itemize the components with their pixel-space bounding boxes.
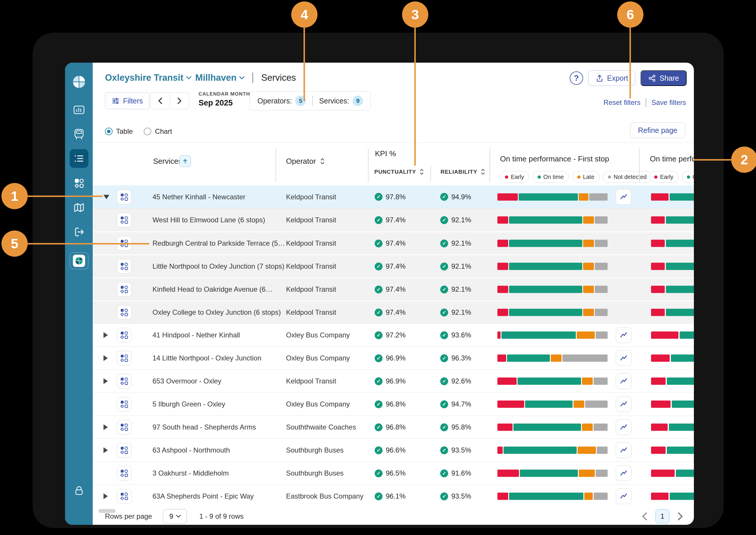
column-header-operator[interactable]: Operator (286, 157, 325, 166)
save-filters-link[interactable]: Save filters (651, 99, 686, 107)
expander-icon[interactable] (103, 332, 108, 338)
reliability-value: 92.1% (451, 216, 471, 224)
expander-icon[interactable] (103, 424, 108, 430)
otp-second-bar (651, 240, 694, 247)
rows-per-page-value: 9 (169, 512, 173, 521)
table-row[interactable]: Kinfield Head to Oakridge Avenue (6… Kel… (93, 277, 694, 300)
services-label: Services: (319, 97, 349, 105)
previous-page-button[interactable] (641, 512, 647, 521)
otp-first-stop-bar (497, 286, 608, 293)
table-row[interactable]: 63 Ashpool - Northmouth Southburgh Buses… (93, 438, 694, 462)
export-button[interactable]: Export (588, 70, 635, 86)
column-header-punctuality[interactable]: PUNCTUALITY (374, 168, 424, 175)
column-header-services[interactable]: Services (153, 157, 182, 166)
table-row[interactable]: 14 Little Northpool - Oxley Junction Oxl… (93, 347, 694, 370)
sidebar-item-analytics[interactable] (73, 103, 85, 116)
trend-button[interactable] (616, 396, 631, 412)
region-selector[interactable]: Millhaven (195, 72, 244, 83)
bar-segment (517, 378, 581, 385)
otp-second-bar (651, 470, 694, 477)
check-icon: ✓ (440, 216, 448, 224)
reset-filters-link[interactable]: Reset filters (603, 99, 641, 107)
org-selector[interactable]: Oxleyshire Transit (105, 72, 191, 83)
table-row[interactable]: 97 South head - Shepherds Arms Souththwa… (93, 415, 694, 438)
service-name: Redburgh Central to Parkside Terrace (5… (153, 239, 285, 247)
legend-chip-early: Early (500, 171, 529, 183)
punctuality-cell: ✓ 96.5% (375, 469, 406, 477)
sort-ascending-button[interactable] (179, 155, 191, 167)
expander-icon[interactable] (103, 447, 108, 453)
sidebar-item-apps[interactable] (73, 177, 85, 190)
trend-button[interactable] (616, 327, 631, 343)
table-row[interactable]: West Hill to Elmwood Lane (6 stops) Keld… (93, 208, 694, 231)
table-row[interactable]: Little Northpool to Oxley Junction (7 st… (93, 254, 694, 277)
table-row[interactable]: 3 Oakhurst - Middleholm Southburgh Buses… (93, 462, 694, 485)
table-row[interactable]: 653 Overmoor - Oxley Keldpool Transit ✓ … (93, 370, 694, 392)
punctuality-value: 96.8% (386, 400, 406, 408)
trend-button[interactable] (616, 350, 631, 366)
table-row[interactable]: 41 Hindpool - Nether Kinhall Oxley Bus C… (93, 324, 694, 347)
service-icon (117, 351, 131, 365)
otp-second-bar (651, 493, 694, 500)
view-radio-table[interactable]: Table (105, 127, 133, 135)
calendar-month: CALENDAR MONTH Sep 2025 (198, 91, 250, 107)
operator-name: Oxley Bus Company (286, 354, 350, 362)
sidebar-item-vehicles[interactable] (73, 127, 85, 140)
early-dot-icon (505, 175, 508, 179)
sidebar-item-workspace[interactable] (70, 252, 88, 269)
refine-page-button[interactable]: Refine page (630, 123, 685, 138)
bar-segment (509, 309, 582, 316)
table-row[interactable]: Oxley College to Oxley Junction (6 stops… (93, 300, 694, 324)
otp-first-stop-bar (497, 493, 608, 500)
sidebar-item-logout[interactable] (73, 226, 85, 239)
sidebar-item-map[interactable] (73, 201, 85, 214)
bar-segment (509, 240, 582, 247)
help-button[interactable]: ? (570, 71, 583, 85)
breadcrumb: Oxleyshire Transit Millhaven Services (105, 71, 296, 85)
reliability-cell: ✓ 91.6% (440, 469, 471, 477)
otp-first-stop-bar (497, 470, 608, 477)
operator-name: Oxley Bus Company (286, 400, 350, 408)
column-header-reliability[interactable]: RELIABILITY (441, 168, 485, 175)
service-icon (117, 466, 131, 481)
trend-button[interactable] (616, 465, 631, 481)
share-button[interactable]: Share (641, 70, 686, 86)
previous-month-button[interactable] (150, 93, 170, 109)
bar-segment (507, 354, 550, 362)
bar-segment (651, 263, 665, 270)
otp-legend-2: Early On t (649, 171, 694, 183)
expander-icon[interactable] (103, 355, 108, 361)
table-row[interactable]: 45 Nether Kinhall - Newcaster Keldpool T… (93, 185, 694, 208)
expander-icon[interactable] (103, 195, 109, 199)
trend-button[interactable] (616, 373, 631, 389)
view-radio-chart[interactable]: Chart (144, 127, 172, 135)
check-icon: ✓ (375, 446, 383, 454)
trend-button[interactable] (616, 488, 631, 504)
trend-button[interactable] (616, 189, 631, 205)
bar-segment (583, 286, 594, 293)
service-name: 5 Ilburgh Green - Oxley (153, 400, 225, 408)
check-icon: ✓ (440, 400, 448, 408)
expander-icon[interactable] (103, 493, 108, 499)
trend-button[interactable] (616, 442, 631, 458)
expander-icon[interactable] (103, 378, 108, 384)
scope-summary-chip[interactable]: Operators: 5 Services: 9 (249, 91, 371, 110)
breadcrumb-divider (252, 72, 253, 83)
table-row[interactable]: 63A Shepherds Point - Epic Way Eastbrook… (93, 485, 694, 508)
rows-per-page-select[interactable]: 9 (163, 509, 187, 524)
next-month-button[interactable] (170, 93, 189, 109)
sidebar-item-services[interactable] (70, 149, 88, 168)
reliability-cell: ✓ 92.6% (440, 377, 471, 385)
next-page-button[interactable] (678, 512, 683, 521)
table-row[interactable]: 5 Ilburgh Green - Oxley Oxley Bus Compan… (93, 392, 694, 415)
trend-button[interactable] (616, 419, 631, 435)
filters-button[interactable]: Filters (105, 92, 150, 109)
operator-name: Keldpool Transit (286, 262, 336, 270)
page-number-button[interactable]: 1 (655, 509, 669, 523)
table-row[interactable]: Redburgh Central to Parkside Terrace (5…… (93, 231, 694, 254)
punctuality-cell: ✓ 97.8% (375, 193, 406, 201)
punctuality-value: 97.4% (386, 285, 406, 294)
bar-segment (497, 401, 524, 408)
sparkline-icon (619, 192, 628, 202)
bar-segment (651, 332, 679, 339)
